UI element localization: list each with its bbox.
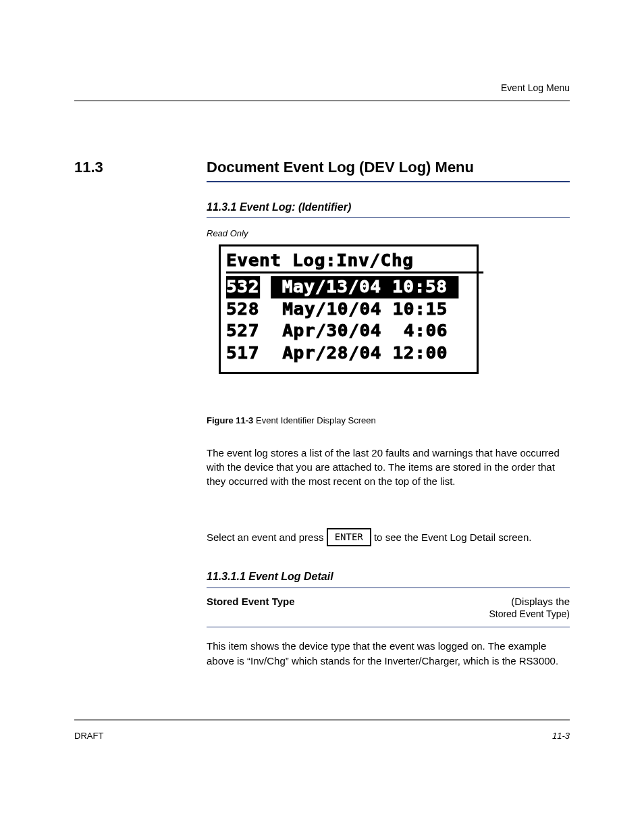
attrib-label: Read Only <box>207 228 248 238</box>
lcd-row[interactable]: 532 May/13/04 10:58 <box>226 276 483 298</box>
lcd-row[interactable]: 528 May/10/04 10:15 <box>226 298 483 321</box>
lcd-row-id: 528 <box>226 298 261 321</box>
footer-right: 11-3 <box>552 731 570 741</box>
table-header-right-a: (Displays the <box>511 596 570 607</box>
section-number: 11.3 <box>74 159 103 176</box>
lcd-row-id: 532 <box>226 276 261 298</box>
table-header-right-b: Stored Event Type) <box>207 608 570 619</box>
lcd-row-text: May/13/04 10:58 <box>271 276 458 298</box>
header-rule <box>74 100 570 101</box>
subsection2-rule-bottom <box>207 627 570 627</box>
lcd-row[interactable]: 517 Apr/28/04 12:00 <box>226 342 483 365</box>
section-heading: Document Event Log (DEV Log) Menu <box>207 159 474 176</box>
lcd-row-text: Apr/28/04 12:00 <box>282 342 448 365</box>
lcd-title: Event Log:Inv/Chg <box>226 251 483 273</box>
lcd-row-id: 527 <box>226 320 261 342</box>
footer-rule <box>74 719 570 721</box>
paragraph-2b: to see the Event Log Detail screen. <box>374 531 531 543</box>
paragraph-2: Select an event and press ENTER to see t… <box>207 528 570 546</box>
event-detail-table: Stored Event Type (Displays the Stored E… <box>207 596 570 619</box>
lcd-row[interactable]: 527 Apr/30/04 4:06 <box>226 320 483 342</box>
figure-caption-text: Event Identifier Display Screen <box>256 415 376 425</box>
enter-key[interactable]: ENTER <box>327 528 371 546</box>
page-header-title: Event Log Menu <box>501 82 570 93</box>
figure-caption: Figure 11-3 Event Identifier Display Scr… <box>207 415 376 425</box>
paragraph-1: The event log stores a list of the last … <box>207 446 570 488</box>
subsection2-rule-top <box>207 588 570 588</box>
table-header-left: Stored Event Type <box>207 596 295 607</box>
figure-number: Figure 11-3 <box>207 415 253 425</box>
subsection-rule <box>207 217 570 218</box>
lcd-screenshot: Event Log:Inv/Chg 532 May/13/04 10:58 52… <box>219 244 479 374</box>
section-rule <box>207 181 570 182</box>
subsection-heading: 11.3.1 Event Log: (Identifier) <box>207 201 351 213</box>
lcd-row-text: May/10/04 10:15 <box>282 298 448 321</box>
lcd-row-text: Apr/30/04 4:06 <box>282 320 448 342</box>
paragraph-2a: Select an event and press <box>207 531 327 543</box>
paragraph-3: This item shows the device type that the… <box>207 639 570 669</box>
subsection2-heading: 11.3.1.1 Event Log Detail <box>207 571 333 583</box>
footer-left: DRAFT <box>74 731 103 741</box>
lcd-row-id: 517 <box>226 342 261 365</box>
